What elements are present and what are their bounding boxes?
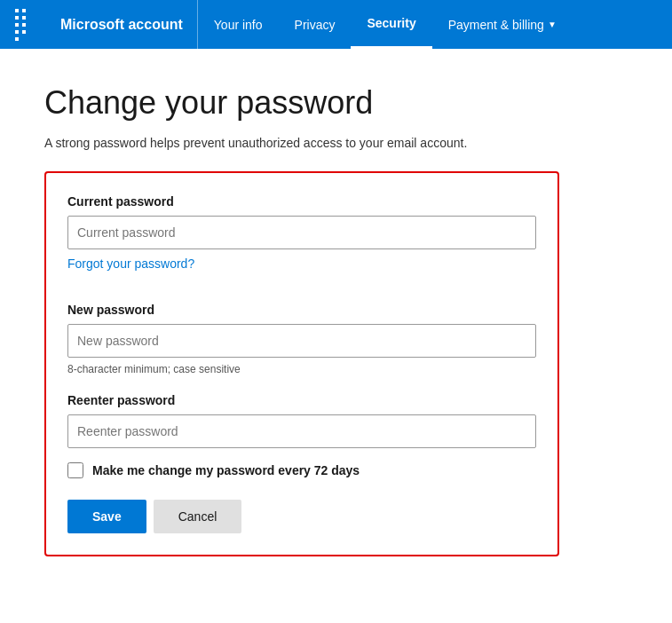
current-password-section: Current password Forgot your password? [67,194,536,288]
nav-link-yourinfo[interactable]: Your info [198,0,279,49]
nav-link-payment-label: Payment & billing [448,18,544,32]
new-password-input[interactable] [67,324,536,358]
nav-brand[interactable]: Microsoft account [46,0,198,49]
top-nav: Microsoft account Your info Privacy Secu… [0,0,672,49]
password-form-box: Current password Forgot your password? N… [44,171,559,556]
new-password-section: New password 8-character minimum; case s… [67,303,536,375]
nav-link-privacy[interactable]: Privacy [279,0,352,49]
current-password-label: Current password [67,194,536,209]
reenter-password-input[interactable] [67,414,536,448]
cancel-button[interactable]: Cancel [154,500,242,533]
nav-links: Your info Privacy Security Payment & bil… [198,0,573,49]
reenter-password-label: Reenter password [67,393,536,407]
change-password-checkbox[interactable] [67,462,83,478]
page-subtitle: A strong password helps prevent unauthor… [44,136,628,150]
reenter-password-section: Reenter password [67,393,536,448]
form-button-row: Save Cancel [67,500,536,533]
nav-link-payment[interactable]: Payment & billing ▼ [432,0,573,49]
current-password-input[interactable] [67,216,536,249]
new-password-hint: 8-character minimum; case sensitive [67,363,536,375]
forgot-password-link[interactable]: Forgot your password? [67,256,194,271]
nav-link-security[interactable]: Security [351,0,431,49]
chevron-down-icon: ▼ [548,20,557,29]
new-password-label: New password [67,303,536,317]
page-title: Change your password [44,84,628,122]
change-password-checkbox-label: Make me change my password every 72 days [92,463,360,477]
grid-icon[interactable] [14,8,32,42]
main-content: Change your password A strong password h… [0,49,672,592]
change-password-checkbox-row: Make me change my password every 72 days [67,462,536,478]
save-button[interactable]: Save [67,500,146,533]
